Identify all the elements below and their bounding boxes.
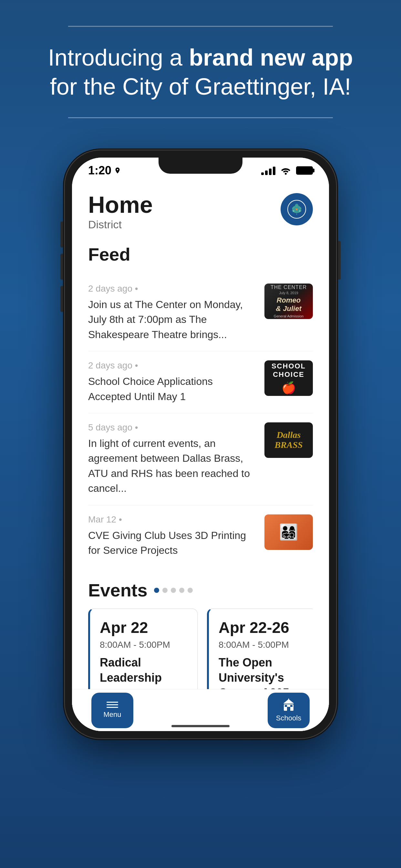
svg-rect-8	[287, 707, 290, 711]
signal-bar-1	[261, 173, 264, 175]
feed-item-text: 2 days ago • Join us at The Center on Mo…	[88, 283, 257, 342]
svg-rect-10	[290, 705, 292, 707]
home-title-block: Home District	[88, 193, 153, 231]
menu-icon	[106, 702, 118, 708]
feed-item[interactable]: 2 days ago • School Choice Applications …	[88, 351, 313, 413]
status-right	[261, 166, 313, 175]
home-subtitle: District	[88, 218, 153, 231]
svg-rect-9	[285, 705, 287, 707]
events-dot-1	[162, 588, 167, 593]
status-bar: 1:20	[72, 158, 329, 183]
cve-thumb: 👨‍👩‍👧‍👦	[265, 515, 313, 550]
svg-point-2	[295, 204, 298, 207]
feed-item[interactable]: Mar 12 • CVE Giving Club Uses 3D Printin…	[88, 505, 313, 567]
app-content[interactable]: Home District	[72, 183, 329, 731]
feed-item-text: 5 days ago • In light of current events,…	[88, 423, 257, 496]
feed-timestamp: 2 days ago •	[88, 283, 257, 294]
feed-body: School Choice Applications Accepted Unti…	[88, 374, 257, 404]
feed-body: In light of current events, an agreement…	[88, 436, 257, 496]
feed-thumbnail: 👨‍👩‍👧‍👦	[265, 515, 313, 550]
notch	[158, 158, 243, 174]
events-dot-active	[154, 588, 159, 593]
schools-icon	[282, 699, 295, 711]
feed-section-title: Feed	[88, 244, 313, 265]
phone-frame: 1:20	[65, 137, 336, 868]
bottom-divider	[68, 117, 333, 118]
home-indicator	[172, 725, 229, 727]
schools-label: Schools	[276, 714, 301, 722]
timestamp-text: 2 days ago	[88, 283, 132, 293]
feed-item[interactable]: 2 days ago • Join us at The Center on Mo…	[88, 275, 313, 351]
feed-item-text: Mar 12 • CVE Giving Club Uses 3D Printin…	[88, 515, 257, 558]
feed-timestamp: Mar 12 •	[88, 515, 257, 525]
brass-thumb: DallasBRASS	[265, 423, 313, 458]
events-dot-2	[171, 588, 176, 593]
event-date: Apr 22	[100, 619, 188, 637]
event-time: 8:00AM - 5:00PM	[219, 640, 306, 650]
timestamp-text: 2 days ago	[88, 361, 132, 370]
feed-thumbnail: THE CENTER July 8, 2019 Romeo& Juliet Ge…	[265, 283, 313, 319]
feed-timestamp: 2 days ago •	[88, 361, 257, 371]
events-title: Events	[88, 580, 148, 600]
event-date: Apr 22-26	[219, 619, 306, 637]
event-time: 8:00AM - 5:00PM	[100, 640, 188, 650]
menu-label: Menu	[103, 710, 121, 719]
wifi-icon	[280, 166, 291, 175]
menu-button[interactable]: Menu	[91, 693, 133, 728]
feed-timestamp: 5 days ago •	[88, 423, 257, 433]
time-text: 1:20	[88, 164, 112, 177]
events-dot-3	[179, 588, 184, 593]
events-dots	[154, 588, 193, 593]
event-name: Radical Leadership	[100, 655, 188, 686]
feed-item[interactable]: 5 days ago • In light of current events,…	[88, 413, 313, 505]
feed-thumbnail: SCHOOLCHOICE 🍎	[265, 361, 313, 396]
avatar[interactable]	[281, 193, 313, 225]
home-header: Home District	[88, 193, 313, 231]
feed-body: Join us at The Center on Monday, July 8t…	[88, 297, 257, 342]
status-time: 1:20	[88, 164, 121, 177]
signal-bar-4	[273, 166, 275, 175]
feed-item-text: 2 days ago • School Choice Applications …	[88, 361, 257, 404]
events-header: Events	[88, 580, 313, 600]
signal-bar-3	[269, 168, 272, 175]
signal-icon	[261, 166, 275, 175]
avatar-icon	[287, 199, 306, 219]
signal-bar-2	[265, 170, 268, 175]
schools-button[interactable]: Schools	[268, 693, 310, 728]
school-thumb: SCHOOLCHOICE 🍎	[265, 361, 313, 396]
events-dot-4	[188, 588, 193, 593]
banner-title: Introducing a brand new appfor the City …	[48, 43, 353, 101]
location-icon	[114, 167, 121, 174]
feed-body: CVE Giving Club Uses 3D Printing for Ser…	[88, 528, 257, 558]
romeo-thumb: THE CENTER July 8, 2019 Romeo& Juliet Ge…	[265, 283, 313, 319]
feed-thumbnail: DallasBRASS	[265, 423, 313, 458]
home-title: Home	[88, 193, 153, 216]
feed-section: Feed 2 days ago • Join us at The Center …	[88, 244, 313, 567]
timestamp-text: Mar 12	[88, 515, 116, 524]
timestamp-text: 5 days ago	[88, 423, 132, 432]
top-banner: Introducing a brand new appfor the City …	[0, 0, 401, 137]
battery-icon	[296, 166, 313, 175]
top-divider	[68, 26, 333, 27]
